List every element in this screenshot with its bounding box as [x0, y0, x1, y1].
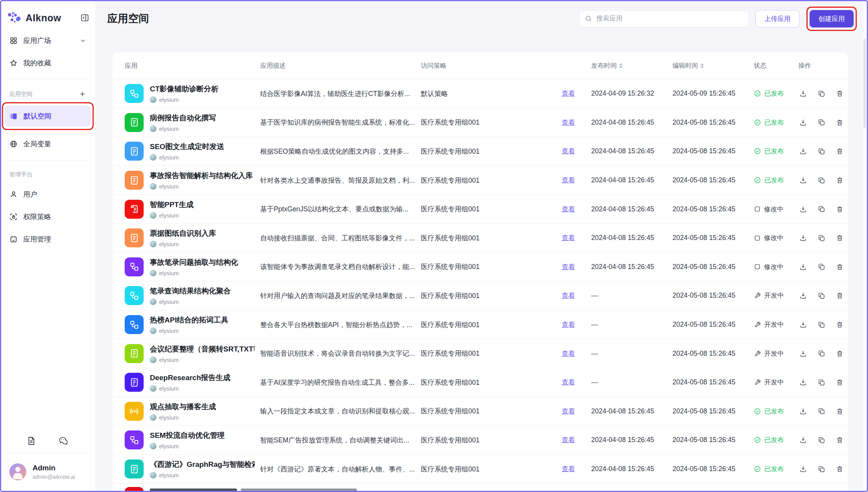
download-icon[interactable] [799, 291, 807, 300]
sidebar-item-favorites[interactable]: 我的收藏 [5, 54, 91, 72]
view-link[interactable]: 查看 [562, 321, 575, 328]
sidebar-item-users[interactable]: 用户 [5, 185, 91, 203]
delete-icon[interactable] [836, 291, 844, 300]
sidebar-item-permission-policy[interactable]: 权限策略 [5, 208, 91, 226]
delete-icon[interactable] [836, 176, 844, 184]
delete-icon[interactable] [836, 321, 844, 329]
download-icon[interactable] [799, 147, 807, 155]
delete-icon[interactable] [836, 436, 844, 444]
copy-icon[interactable] [818, 292, 825, 300]
copy-icon[interactable] [818, 465, 825, 473]
app-title[interactable]: 热榜API结合的拓词工具 [150, 315, 228, 325]
column-header-published[interactable]: 发布时间 [591, 62, 672, 70]
copy-icon[interactable] [818, 177, 825, 184]
app-description: 结合医学影像AI算法，辅助医生进行CT影像分析... [260, 89, 421, 98]
sidebar-item-default-space[interactable]: 默认空间 [5, 106, 91, 127]
sidebar-item-label: 用户 [23, 190, 86, 199]
app-title[interactable]: DeepResearch报告生成 [150, 373, 230, 383]
download-icon[interactable] [799, 436, 807, 444]
search-input[interactable] [596, 15, 743, 22]
view-link[interactable]: 查看 [562, 119, 575, 126]
wechat-icon[interactable] [58, 436, 69, 446]
status-badge: 已发布 [754, 465, 798, 473]
app-title[interactable]: 病例报告自动化撰写 [150, 113, 216, 123]
download-icon[interactable] [799, 465, 807, 473]
copy-icon[interactable] [818, 118, 825, 126]
add-space-icon[interactable] [79, 90, 86, 98]
app-title[interactable]: 票据图纸自识别入库 [150, 228, 216, 238]
search-box[interactable] [579, 10, 749, 27]
download-icon[interactable] [799, 350, 807, 358]
app-title[interactable]: SEM投流自动优化管理 [150, 430, 225, 441]
copy-icon[interactable] [818, 263, 825, 271]
delete-icon[interactable] [836, 350, 844, 358]
scrollbar-thumb[interactable] [863, 39, 866, 128]
delete-icon[interactable] [836, 118, 844, 127]
view-link[interactable]: 查看 [562, 234, 575, 242]
app-title[interactable]: 笔录查询结果结构化聚合 [150, 286, 231, 296]
copy-icon[interactable] [818, 90, 825, 98]
copy-icon[interactable] [818, 407, 825, 415]
view-link[interactable]: 查看 [562, 292, 575, 299]
delete-icon[interactable] [836, 234, 844, 242]
sidebar-item-global-vars[interactable]: 全局变量 [5, 135, 91, 153]
upload-app-button[interactable]: 上传应用 [755, 10, 799, 27]
status-badge: 开发中 [754, 291, 798, 300]
author-avatar [150, 298, 156, 305]
view-link[interactable]: 查看 [562, 465, 575, 473]
view-link[interactable]: 查看 [562, 263, 575, 271]
delete-icon[interactable] [836, 263, 844, 271]
column-header-edited[interactable]: 编辑时间 [672, 62, 754, 70]
copy-icon[interactable] [818, 147, 825, 155]
download-icon[interactable] [799, 118, 807, 127]
copy-icon[interactable] [818, 350, 825, 357]
copy-icon[interactable] [818, 436, 825, 444]
download-icon[interactable] [799, 89, 807, 98]
delete-icon[interactable] [836, 465, 844, 473]
app-title[interactable]: 事故报告智能解析与结构化入库 [150, 171, 253, 181]
app-title[interactable]: SEO图文生成定时发送 [150, 142, 224, 152]
download-icon[interactable] [799, 234, 807, 242]
create-app-button[interactable]: 创建应用 [810, 10, 854, 27]
view-link[interactable]: 查看 [562, 90, 575, 97]
view-link[interactable]: 查看 [562, 408, 575, 415]
user-profile[interactable]: Admin admin@aiknow.ai [5, 453, 91, 492]
app-title[interactable]: 会议纪要整理（音频转SRT,TXT等） [150, 344, 255, 354]
app-title[interactable]: 观点抽取与播客生成 [150, 402, 216, 412]
copy-icon[interactable] [818, 234, 825, 242]
policy-value: 医疗系统专用组001 [421, 349, 556, 358]
sidebar-item-app-market[interactable]: 应用广场 [5, 32, 91, 50]
sidebar-collapse-icon[interactable] [80, 13, 89, 22]
delete-icon[interactable] [836, 89, 844, 98]
delete-icon[interactable] [836, 407, 844, 415]
view-link[interactable]: 查看 [562, 350, 575, 357]
page-scrollbar[interactable] [863, 2, 866, 490]
download-icon[interactable] [799, 205, 807, 213]
delete-icon[interactable] [836, 378, 844, 386]
view-link[interactable]: 查看 [562, 147, 575, 155]
sidebar-item-app-management[interactable]: 应用管理 [5, 230, 91, 248]
app-title[interactable]: 智能PPT生成 [150, 200, 194, 210]
download-icon[interactable] [799, 407, 807, 415]
app-title[interactable]: 《西游记》GraphRag与智能检索 [150, 459, 255, 470]
download-icon[interactable] [799, 321, 807, 329]
status-badge: 已发布 [754, 407, 798, 416]
sort-icon[interactable] [619, 63, 623, 69]
delete-icon[interactable] [836, 205, 844, 213]
copy-icon[interactable] [818, 205, 825, 213]
copy-icon[interactable] [818, 379, 825, 386]
copy-icon[interactable] [818, 321, 825, 329]
view-link[interactable]: 查看 [562, 436, 575, 444]
document-icon[interactable] [26, 436, 36, 446]
download-icon[interactable] [799, 378, 807, 386]
policy-value: 医疗系统专用组001 [421, 465, 556, 474]
delete-icon[interactable] [836, 147, 844, 155]
view-link[interactable]: 查看 [562, 177, 575, 184]
download-icon[interactable] [799, 263, 807, 271]
view-link[interactable]: 查看 [562, 379, 575, 386]
app-title[interactable]: 事故笔录问题抽取与结构化 [150, 257, 238, 267]
sort-icon[interactable] [700, 63, 704, 69]
download-icon[interactable] [799, 176, 807, 184]
app-title[interactable]: CT影像辅助诊断分析 [150, 84, 218, 94]
view-link[interactable]: 查看 [562, 206, 575, 213]
